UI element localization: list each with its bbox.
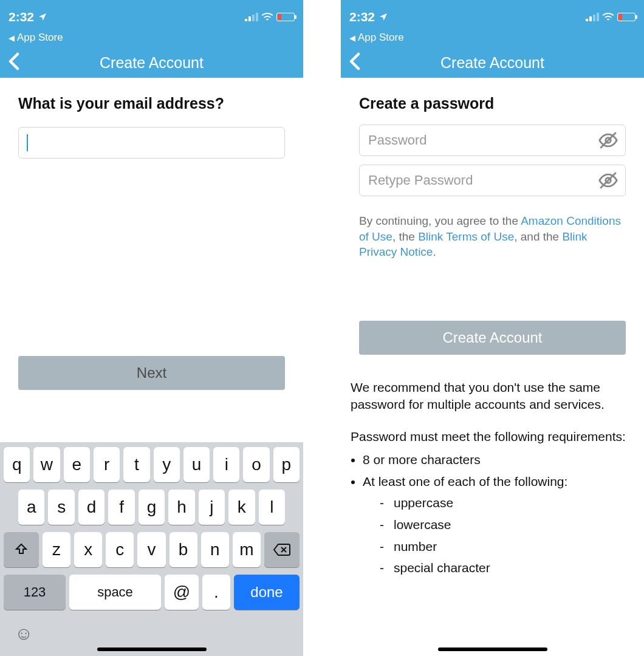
key-r[interactable]: r (94, 447, 120, 482)
wifi-icon (261, 12, 274, 22)
space-key[interactable]: space (69, 575, 161, 610)
key-l[interactable]: l (259, 490, 285, 525)
retype-password-input[interactable] (359, 165, 626, 196)
numbers-key[interactable]: 123 (4, 575, 66, 610)
svg-rect-8 (593, 15, 595, 21)
wifi-icon (601, 12, 615, 22)
home-indicator[interactable] (97, 647, 207, 651)
key-c[interactable]: c (106, 532, 134, 567)
signal-icon (586, 13, 599, 21)
email-input[interactable] (18, 127, 285, 159)
key-p[interactable]: p (273, 447, 300, 482)
nav-bar: Create Account (0, 47, 303, 78)
svg-rect-3 (256, 13, 258, 21)
svg-rect-2 (252, 15, 255, 21)
key-q[interactable]: q (4, 447, 30, 482)
battery-icon (276, 13, 295, 21)
password-input[interactable] (359, 125, 626, 156)
back-to-appstore[interactable]: ◀ App Store (341, 32, 644, 47)
location-icon (38, 12, 47, 22)
password-recommend: We recommend that you don't use the same… (351, 379, 634, 414)
key-b[interactable]: b (170, 532, 197, 567)
page-title: Create Account (341, 54, 644, 72)
shift-key[interactable] (4, 532, 39, 567)
requirements-list: 8 or more characters At least one of eac… (363, 449, 634, 579)
key-y[interactable]: y (154, 447, 180, 482)
key-h[interactable]: h (168, 490, 194, 525)
key-g[interactable]: g (139, 490, 165, 525)
status-bar: 2:32 (341, 0, 644, 32)
back-button[interactable] (346, 52, 364, 70)
svg-rect-6 (586, 19, 588, 21)
requirements-title: Password must meet the following require… (351, 428, 634, 445)
emoji-key[interactable]: ☺ (15, 623, 33, 644)
toggle-visibility-icon[interactable] (598, 130, 618, 151)
screen-email: 2:32 ◀ App Store Create Account What is … (0, 0, 303, 656)
key-n[interactable]: n (201, 532, 229, 567)
terms-text: By continuing, you agree to the Amazon C… (359, 213, 626, 260)
dot-key[interactable]: . (202, 575, 230, 610)
screen-password: 2:32 ◀ App Store Create Account Create a… (341, 0, 644, 656)
key-v[interactable]: v (137, 532, 165, 567)
key-x[interactable]: x (74, 532, 102, 567)
back-to-appstore[interactable]: ◀ App Store (0, 32, 303, 47)
svg-rect-9 (597, 13, 599, 21)
keyboard: qwertyuiop asdfghjkl zxcvbnm 123 space @… (0, 442, 303, 656)
heading-email: What is your email address? (18, 95, 285, 112)
toggle-visibility-icon[interactable] (598, 170, 618, 191)
signal-icon (245, 13, 258, 21)
location-icon (379, 12, 388, 22)
svg-rect-7 (589, 16, 592, 21)
status-bar: 2:32 (0, 0, 303, 32)
backspace-key[interactable] (264, 532, 300, 567)
status-time: 2:32 (349, 10, 375, 24)
battery-icon (617, 13, 635, 21)
heading-password: Create a password (359, 95, 626, 112)
svg-rect-0 (245, 19, 247, 21)
key-o[interactable]: o (243, 447, 269, 482)
key-e[interactable]: e (64, 447, 90, 482)
key-j[interactable]: j (199, 490, 225, 525)
link-blink-terms[interactable]: Blink Terms of Use (418, 230, 514, 243)
create-account-button[interactable]: Create Account (359, 321, 626, 355)
key-t[interactable]: t (123, 447, 149, 482)
key-d[interactable]: d (78, 490, 104, 525)
text-cursor (27, 134, 28, 151)
key-z[interactable]: z (43, 532, 70, 567)
key-f[interactable]: f (108, 490, 134, 525)
next-button[interactable]: Next (18, 356, 285, 390)
key-u[interactable]: u (183, 447, 210, 482)
key-i[interactable]: i (213, 447, 239, 482)
status-time: 2:32 (9, 10, 34, 24)
svg-rect-1 (248, 16, 251, 21)
key-w[interactable]: w (33, 447, 60, 482)
key-a[interactable]: a (18, 490, 44, 525)
done-key[interactable]: done (234, 575, 300, 610)
key-s[interactable]: s (48, 490, 74, 525)
page-title: Create Account (0, 54, 303, 72)
nav-bar: Create Account (341, 47, 644, 78)
key-k[interactable]: k (228, 490, 255, 525)
key-m[interactable]: m (233, 532, 261, 567)
back-triangle-icon: ◀ (9, 33, 15, 43)
back-triangle-icon: ◀ (349, 33, 355, 43)
at-key[interactable]: @ (165, 575, 199, 610)
home-indicator[interactable] (438, 647, 547, 651)
back-button[interactable] (5, 52, 23, 70)
